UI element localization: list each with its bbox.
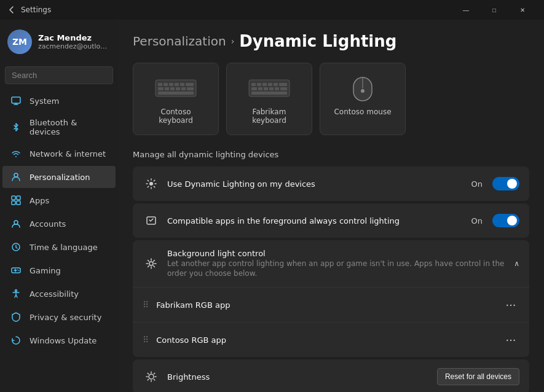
brightness-reset-button[interactable]: Reset for all devices: [437, 368, 519, 385]
compatible-apps-content: Compatible apps in the foreground always…: [167, 216, 471, 225]
collapse-icon[interactable]: ∧: [514, 259, 519, 268]
compatible-apps-section: Compatible apps in the foreground always…: [133, 203, 529, 238]
device-card-contoso-mouse[interactable]: Contoso mouse: [320, 63, 406, 135]
sidebar-item-network[interactable]: Network & internet: [2, 143, 116, 165]
personalization-label: Personalization: [30, 173, 90, 182]
sidebar-item-apps[interactable]: Apps: [2, 189, 116, 211]
use-dynamic-toggle[interactable]: [492, 177, 519, 190]
contoso-mouse-icon: [341, 76, 384, 100]
minimize-button[interactable]: —: [452, 0, 480, 20]
compatible-apps-title: Compatible apps in the foreground always…: [167, 216, 471, 225]
manage-section-title: Manage all dynamic lighting devices: [133, 150, 529, 159]
compatible-apps-toggle[interactable]: [492, 214, 519, 227]
svg-point-42: [149, 182, 153, 186]
svg-rect-24: [187, 87, 194, 90]
svg-rect-30: [268, 83, 272, 86]
background-light-section: Background light control Let another app…: [133, 240, 529, 357]
svg-rect-28: [257, 83, 261, 86]
svg-rect-2: [12, 196, 15, 200]
avatar-initials: ZM: [12, 37, 27, 47]
title-bar: Settings — □ ✕: [0, 0, 544, 20]
back-icon[interactable]: [7, 6, 16, 14]
svg-rect-18: [186, 83, 194, 86]
svg-rect-3: [17, 196, 20, 200]
background-light-content: Background light control Let another app…: [167, 249, 514, 278]
svg-rect-36: [269, 87, 274, 90]
sidebar-item-privacy[interactable]: Privacy & security: [2, 306, 116, 328]
gaming-label: Gaming: [30, 266, 61, 275]
svg-point-41: [361, 89, 365, 93]
sidebar-item-personalization[interactable]: Personalization: [2, 166, 116, 188]
svg-point-6: [14, 221, 18, 224]
maximize-button[interactable]: □: [480, 0, 508, 20]
personalization-icon: [10, 171, 22, 183]
compatible-apps-right: On: [471, 214, 519, 227]
contoso-rgb-row: ⠿ Contoso RGB app ···: [133, 323, 529, 357]
network-label: Network & internet: [30, 149, 106, 159]
sidebar-item-accounts[interactable]: Accounts: [2, 213, 116, 235]
brightness-section: Brightness Reset for all devices: [133, 359, 529, 392]
svg-point-11: [15, 290, 17, 292]
svg-rect-31: [274, 83, 278, 86]
user-name: Zac Mendez: [38, 33, 111, 42]
system-label: System: [30, 96, 59, 106]
svg-rect-22: [176, 87, 180, 90]
brightness-title: Brightness: [167, 372, 437, 382]
sidebar-item-gaming[interactable]: Gaming: [2, 259, 116, 281]
contoso-more-button[interactable]: ···: [502, 331, 519, 348]
drag-handle-contoso[interactable]: ⠿: [143, 335, 149, 345]
svg-point-1: [14, 173, 18, 177]
svg-rect-17: [180, 83, 184, 86]
svg-rect-35: [264, 87, 268, 90]
use-dynamic-content: Use Dynamic Lighting on my devices: [167, 179, 471, 189]
svg-rect-38: [280, 87, 287, 90]
svg-rect-19: [158, 87, 164, 90]
contoso-rgb-content: Contoso RGB app: [156, 335, 502, 345]
accessibility-label: Accessibility: [30, 289, 79, 299]
title-bar-left: Settings: [7, 6, 51, 14]
fabrikam-rgb-right: ···: [502, 296, 519, 313]
drag-handle-fabrikam[interactable]: ⠿: [143, 300, 149, 310]
compatible-apps-row: Compatible apps in the foreground always…: [133, 203, 529, 238]
fabrikam-rgb-row: ⠿ Fabrikam RGB app ···: [133, 288, 529, 323]
breadcrumb: Personalization › Dynamic Lighting: [133, 32, 529, 50]
use-dynamic-row: Use Dynamic Lighting on my devices On: [133, 167, 529, 201]
sidebar-item-system[interactable]: System: [2, 90, 116, 112]
accounts-label: Accounts: [30, 219, 66, 229]
svg-point-9: [17, 269, 18, 270]
svg-rect-34: [258, 87, 262, 90]
svg-rect-13: [158, 83, 162, 86]
fabrikam-keyboard-icon: [248, 76, 291, 100]
svg-rect-21: [170, 87, 175, 90]
privacy-icon: [10, 311, 22, 323]
device-card-fabrikam-keyboard[interactable]: Fabrikam keyboard: [226, 63, 312, 135]
sidebar: ZM Zac Mendez zacmendez@outlook.com 🔍 Sy…: [0, 20, 118, 392]
use-dynamic-state: On: [471, 179, 483, 189]
close-button[interactable]: ✕: [508, 0, 537, 20]
system-icon: [10, 95, 22, 107]
svg-rect-29: [262, 83, 267, 86]
svg-rect-37: [275, 87, 279, 90]
search-input[interactable]: [12, 71, 115, 80]
device-card-contoso-keyboard[interactable]: Contoso keyboard: [133, 63, 219, 135]
main-content: Personalization › Dynamic Lighting: [118, 20, 544, 392]
compatible-apps-state: On: [471, 216, 483, 225]
sidebar-item-time[interactable]: Time & language: [2, 236, 116, 258]
background-light-right: ∧: [514, 259, 519, 268]
svg-rect-20: [165, 87, 169, 90]
brightness-right: Reset for all devices: [437, 368, 519, 385]
contoso-rgb-right: ···: [502, 331, 519, 348]
dynamic-lighting-icon: [143, 175, 160, 192]
brightness-row: Brightness Reset for all devices: [133, 359, 529, 392]
sidebar-item-bluetooth[interactable]: Bluetooth & devices: [2, 113, 116, 141]
svg-rect-32: [279, 83, 287, 86]
fabrikam-more-button[interactable]: ···: [502, 296, 519, 313]
svg-rect-39: [251, 92, 287, 95]
sidebar-item-update[interactable]: Windows Update: [2, 329, 116, 351]
sidebar-item-accessibility[interactable]: Accessibility: [2, 283, 116, 305]
search-bar[interactable]: 🔍: [5, 66, 113, 84]
apps-label: Apps: [30, 196, 49, 205]
svg-rect-33: [251, 87, 257, 90]
breadcrumb-arrow: ›: [231, 36, 235, 46]
breadcrumb-parent[interactable]: Personalization: [133, 34, 226, 49]
